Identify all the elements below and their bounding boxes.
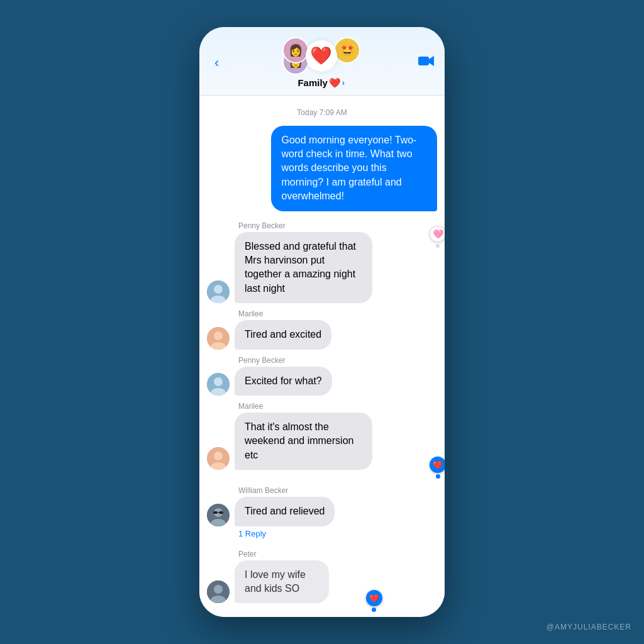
header-center: 👩 👩 🤩 ❤️ Family ❤️ › bbox=[224, 37, 418, 89]
avatar-top-left: 👩 bbox=[282, 37, 309, 64]
svg-point-12 bbox=[214, 452, 223, 460]
message-row-outgoing: Good morning everyone! Two-word check in… bbox=[207, 126, 437, 211]
bubble-william: Tired and relieved bbox=[235, 497, 335, 526]
message-group-marilee2: Marilee That it's almost the weekend and… bbox=[207, 402, 437, 470]
messages-area[interactable]: Today 7:09 AM Good morning everyone! Two… bbox=[199, 96, 445, 618]
message-group-penny1: Penny Becker Blessed and grateful that M… bbox=[207, 221, 437, 304]
message-group-william: William Becker Tired and relieved 1 Repl… bbox=[207, 486, 437, 543]
reaction-heart-peter: ❤️ bbox=[366, 590, 382, 606]
bubble-row-william: Tired and relieved bbox=[207, 497, 437, 526]
watermark: @AMYJULIABECKER bbox=[547, 623, 631, 631]
avatar-center-heart: ❤️ bbox=[306, 40, 337, 72]
sender-marilee1: Marilee bbox=[238, 309, 437, 318]
chat-header: ‹ 👩 👩 🤩 ❤️ Family ❤️ › bbox=[199, 27, 445, 96]
bubble-row-peter: I love my wife and kids SO ❤️ bbox=[207, 560, 437, 604]
svg-rect-17 bbox=[213, 511, 218, 514]
back-button[interactable]: ‹ bbox=[209, 52, 224, 74]
group-name-text: Family bbox=[297, 77, 328, 88]
svg-marker-1 bbox=[429, 56, 434, 66]
svg-point-6 bbox=[214, 331, 223, 340]
avatar-marilee1 bbox=[207, 327, 230, 350]
title-chevron: › bbox=[342, 79, 345, 87]
timestamp: Today 7:09 AM bbox=[207, 108, 437, 117]
svg-point-21 bbox=[214, 585, 223, 594]
sender-marilee2: Marilee bbox=[238, 402, 437, 411]
group-heart-emoji: ❤️ bbox=[329, 77, 341, 89]
avatar-penny2 bbox=[207, 373, 230, 396]
avatar-marilee2 bbox=[207, 447, 230, 470]
avatar-william bbox=[207, 504, 230, 526]
bubble-row-marilee2: That it's almost the weekend and immersi… bbox=[207, 413, 437, 470]
bubble-penny2: Excited for what? bbox=[235, 367, 332, 396]
avatar-top-right: 🤩 bbox=[334, 37, 360, 64]
reply-count-william[interactable]: 1 Reply bbox=[238, 529, 437, 538]
sender-penny1: Penny Becker bbox=[238, 221, 437, 230]
message-group-marilee1: Marilee Tired and excited bbox=[207, 309, 437, 349]
group-avatars: 👩 👩 🤩 ❤️ bbox=[277, 37, 365, 75]
bubble-marilee1: Tired and excited bbox=[235, 320, 331, 349]
message-group-penny2: Penny Becker Excited for what? bbox=[207, 356, 437, 396]
bubble-marilee2: That it's almost the weekend and immersi… bbox=[235, 413, 372, 470]
bubble-penny1: Blessed and grateful that Mrs harvinson … bbox=[235, 232, 372, 304]
svg-point-3 bbox=[214, 285, 223, 294]
video-call-button[interactable] bbox=[418, 55, 435, 70]
message-group-peter: Peter I love my wife and kids SO ❤️ bbox=[207, 550, 437, 604]
svg-rect-18 bbox=[219, 511, 223, 514]
bubble-row-penny2: Excited for what? bbox=[207, 367, 437, 396]
sender-william: William Becker bbox=[238, 486, 437, 495]
group-title[interactable]: Family ❤️ › bbox=[297, 77, 345, 89]
bubble-row-penny1: Blessed and grateful that Mrs harvinson … bbox=[207, 232, 437, 304]
phone-frame: ‹ 👩 👩 🤩 ❤️ Family ❤️ › Today 7:09 AM bbox=[199, 27, 445, 618]
avatar-peter bbox=[207, 580, 230, 603]
outgoing-bubble: Good morning everyone! Two-word check in… bbox=[271, 126, 437, 211]
sender-peter: Peter bbox=[238, 550, 437, 558]
reaction-heart-marilee2: ❤️ bbox=[430, 457, 445, 473]
bubble-peter: I love my wife and kids SO bbox=[235, 560, 329, 604]
avatar-penny1 bbox=[207, 280, 230, 303]
svg-point-9 bbox=[214, 377, 223, 386]
bubble-row-marilee1: Tired and excited bbox=[207, 320, 437, 349]
reaction-heart-penny1: 🩷 bbox=[430, 226, 445, 242]
svg-rect-0 bbox=[418, 57, 429, 65]
sender-penny2: Penny Becker bbox=[238, 356, 437, 365]
